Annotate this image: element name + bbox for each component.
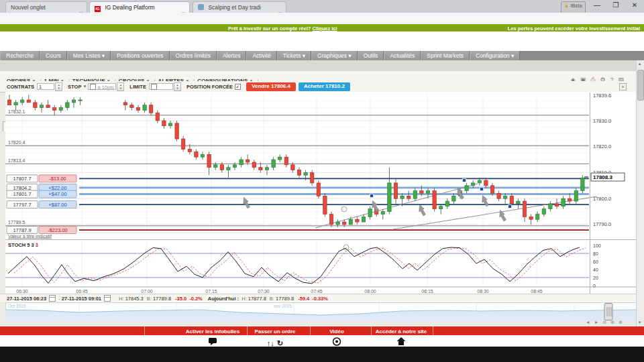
tab-label: Scalping et Day tradi	[208, 4, 260, 11]
nav-item-sprint-markets[interactable]: Sprint Markets	[421, 51, 470, 60]
calendar-icon[interactable]	[49, 295, 56, 302]
today-label: Aujourd'hui :	[208, 296, 239, 302]
svg-text:08:45: 08:45	[531, 289, 543, 294]
svg-text:17820.0: 17820.0	[593, 143, 611, 149]
svg-text:07:45: 07:45	[311, 289, 323, 294]
home-icon[interactable]	[397, 337, 406, 345]
video-icon[interactable]	[333, 337, 341, 345]
browser-tab-bar: Nouvel onglet ✕ IG IG Dealing Platform ✕…	[0, 0, 644, 13]
scroll-down-icon[interactable]: ▼	[637, 320, 643, 324]
today-change-pct: -0.33%	[312, 296, 328, 302]
speech-bubble-icon[interactable]	[208, 337, 217, 345]
svg-text:0: 0	[593, 284, 596, 288]
forced-position-checkbox[interactable]	[235, 84, 241, 90]
svg-text:08:00: 08:00	[364, 289, 376, 294]
svg-text:-$13.00: -$13.00	[49, 176, 66, 182]
browser-tab-new[interactable]: Nouvel onglet ✕	[5, 1, 87, 13]
nav-item-configuration[interactable]: Configuration ▾	[470, 51, 520, 60]
stop-checkbox[interactable]	[90, 84, 96, 90]
zoom-controls[interactable]: ◄ ► ⊖ ⊕ ⊕	[586, 320, 624, 325]
desktop: Nouvel onglet ✕ IG IG Dealing Platform ✕…	[0, 0, 644, 362]
today-low-value: 17789.8	[276, 296, 294, 302]
today-low-label: B:	[270, 296, 274, 302]
chart-range-bar: 27-11-2015 06:23 - 27-11-2015 09:01 H: 1…	[0, 294, 636, 302]
svg-text:17800.0: 17800.0	[593, 196, 611, 202]
scroll-up-icon[interactable]: ▲	[637, 62, 643, 66]
svg-text:17787.9: 17787.9	[13, 227, 31, 233]
risk-warning: Les pertes peuvent excéder votre investi…	[508, 25, 640, 32]
nav-item-graphiques[interactable]: Graphiques ▾	[311, 51, 358, 60]
tab-label: IG Dealing Platform	[105, 4, 154, 11]
svg-text:20: 20	[593, 276, 598, 280]
navigator-handle[interactable]	[604, 304, 612, 320]
warning-badge[interactable]: ▲ IBsta	[561, 1, 586, 13]
scrollbar-thumb[interactable]	[637, 70, 644, 101]
window-minimize-button[interactable]: —	[589, 0, 605, 11]
chart-toolbar: ORDRES▼|1 MIN▼|TECHNIQUE▼|CROQUIS▼|ALERT…	[0, 71, 636, 81]
chart-canvas[interactable]: 17832.117820.417813.417789.517807.7-$13.…	[5, 92, 639, 294]
ig-favicon: IG	[95, 6, 101, 12]
svg-text:Oct 2015: Oct 2015	[8, 304, 26, 308]
banner-text: Prêt à investir sur un compte réel? Cliq…	[228, 25, 337, 32]
svg-text:17797.7: 17797.7	[13, 202, 31, 208]
workspace-tab-strip: Wall Street au comptant ✕ ⤢ ❐ ✕	[0, 60, 636, 72]
footer-home[interactable]: Accéder à notre site	[376, 328, 427, 335]
nav-item-positions-ouvertes[interactable]: Positions ouvertes	[111, 51, 169, 60]
range-from[interactable]: 27-11-2015 06:23	[7, 296, 46, 302]
svg-text:Valeur à titre indicatif: Valeur à titre indicatif	[8, 234, 52, 239]
limit-checkbox[interactable]	[151, 84, 157, 90]
limit-stepper[interactable]: ▲▼	[174, 82, 181, 91]
stop-stepper[interactable]: ▲▼	[117, 82, 124, 91]
nav-item-mes-listes[interactable]: Mes Listes ▾	[67, 51, 111, 60]
browser-tab-scalping[interactable]: Scalping et Day tradi ✕	[193, 1, 286, 13]
nav-item-tickets[interactable]: Tickets ▾	[277, 51, 311, 60]
window-maximize-button[interactable]: ❐	[608, 0, 624, 11]
svg-text:80: 80	[593, 251, 598, 256]
nav-item-actualit-s[interactable]: Actualités	[384, 51, 421, 60]
nav-item-cours[interactable]: Cours	[40, 51, 67, 60]
stop-label: STOP	[68, 84, 81, 90]
banner-link[interactable]: Cliquez ici	[312, 25, 337, 32]
svg-text:17801.7: 17801.7	[13, 191, 31, 197]
chart-navigator[interactable]: 1522284111825Oct 2015nov 2015	[5, 302, 639, 321]
order-arrows-icon[interactable]: ↑↓ ↻	[267, 337, 284, 345]
nav-item-outils[interactable]: Outils	[358, 51, 384, 60]
price-chart[interactable]: 17832.117820.417813.417789.517807.7-$13.…	[5, 92, 639, 294]
footer-speech-bubble[interactable]: Activer les infobulles	[186, 328, 239, 335]
forced-position-label: POSITION FORCÉE	[186, 84, 233, 90]
deal-ticket-bar: CONTRATS 1 ▲▼ STOP▼ à 10pts ▲▼ LIMITE ▲▼…	[0, 81, 636, 93]
browser-address-bar: ← → ↻ IG Group Limited [GB] https://demo…	[0, 13, 644, 25]
high-value: 17845.3	[125, 296, 144, 302]
nav-item-activit-[interactable]: Activité	[246, 51, 276, 60]
svg-text:07:00: 07:00	[141, 289, 153, 294]
footer-video[interactable]: Vidéo	[329, 328, 344, 335]
svg-text:07:15: 07:15	[205, 289, 217, 294]
today-change-value: -59.4	[298, 296, 309, 302]
svg-text:17813.4: 17813.4	[8, 158, 25, 163]
footer-order-arrows[interactable]: Passer un ordre	[255, 328, 296, 335]
collapse-icon[interactable]: ✕	[619, 83, 627, 90]
svg-text:06:45: 06:45	[76, 289, 88, 294]
svg-text:nov 2015: nov 2015	[274, 304, 292, 308]
main-nav-bar: RechercheCoursMes Listes ▾Positions ouve…	[0, 51, 644, 60]
limit-input[interactable]	[149, 83, 173, 90]
svg-text:08:15: 08:15	[421, 289, 433, 294]
nav-item-alertes[interactable]: Alertes	[217, 51, 246, 60]
stop-input[interactable]: à 10pts	[88, 83, 116, 90]
nav-item-ordres-limit-s[interactable]: Ordres limités	[170, 51, 217, 60]
window-close-button[interactable]: ✕	[627, 0, 643, 11]
nav-item-recherche[interactable]: Recherche	[0, 51, 40, 60]
svg-text:-$223.00: -$223.00	[48, 227, 68, 233]
svg-text:STOCH 5 3 3: STOCH 5 3 3	[8, 242, 38, 248]
svg-text:06:30: 06:30	[16, 289, 28, 294]
promo-banner: Prêt à investir sur un compte réel? Cliq…	[0, 24, 644, 32]
contracts-stepper[interactable]: ▲▼	[55, 82, 62, 91]
tab-label: Nouvel onglet	[11, 4, 46, 11]
browser-tab-ig[interactable]: IG IG Dealing Platform ✕	[89, 1, 190, 13]
contracts-input[interactable]: 1	[37, 83, 54, 90]
sell-button[interactable]: Vendre 17806.4	[246, 82, 296, 91]
calendar-icon[interactable]	[104, 295, 111, 302]
buy-button[interactable]: Acheter 17810.2	[299, 82, 350, 91]
svg-text:17839.6: 17839.6	[593, 93, 611, 99]
range-to[interactable]: 27-11-2015 09:01	[62, 296, 101, 302]
